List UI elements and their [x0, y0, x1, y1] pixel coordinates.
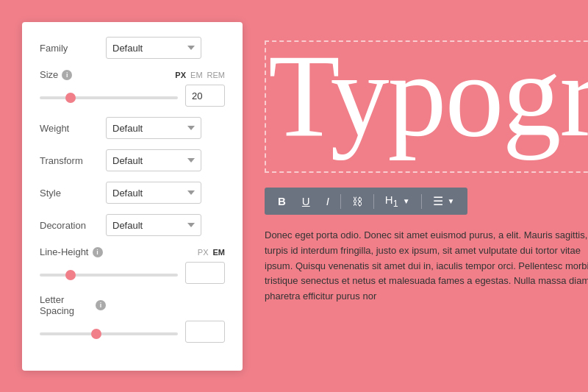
link-icon: ⛓: [352, 196, 362, 207]
style-control: Default Normal Italic Oblique: [106, 182, 225, 204]
size-slider[interactable]: [40, 96, 178, 99]
underline-icon: U: [302, 195, 310, 207]
preview-area: Typogr B U I ⛓ H1 ▼ ☰ ▼ Donec eget porta…: [261, 0, 588, 392]
lineheight-units: PX EM: [198, 248, 225, 257]
heading-arrow-icon: ▼: [403, 197, 410, 205]
body-text: Donec eget porta odio. Donec sit amet eu…: [265, 228, 588, 304]
letterspacing-info-icon[interactable]: i: [96, 300, 106, 310]
italic-button[interactable]: I: [319, 192, 337, 210]
decoration-select[interactable]: Default None Underline Overline Line-thr…: [106, 214, 201, 236]
size-row: Size i PX EM REM: [40, 69, 225, 107]
lineheight-row-top: Line-Height i PX EM: [40, 246, 225, 257]
lineheight-number-wrap: [185, 262, 225, 284]
size-info-icon[interactable]: i: [62, 70, 72, 80]
letterspacing-slider[interactable]: [40, 332, 178, 335]
size-label: Size i: [40, 69, 106, 80]
letterspacing-number-wrap: [185, 321, 225, 343]
formatting-toolbar: B U I ⛓ H1 ▼ ☰ ▼: [265, 188, 467, 215]
lineheight-number-input[interactable]: [185, 262, 225, 284]
decoration-label: Decoration: [40, 220, 106, 231]
list-icon: ☰: [433, 194, 443, 208]
typography-panel: Family Default Arial Georgia Helvetica S…: [22, 22, 243, 371]
list-arrow-icon: ▼: [448, 197, 455, 205]
style-select[interactable]: Default Normal Italic Oblique: [106, 182, 201, 204]
weight-control: Default 100 300 400 700 900: [106, 117, 225, 139]
heading-label: H1: [385, 193, 398, 209]
weight-label: Weight: [40, 123, 106, 134]
toolbar-divider-3: [421, 194, 422, 209]
family-row: Family Default Arial Georgia Helvetica: [40, 37, 225, 59]
letterspacing-row: Letter Spacing i: [40, 294, 225, 343]
family-label: Family: [40, 43, 106, 54]
size-units: PX EM REM: [175, 71, 225, 79]
lineheight-unit-em[interactable]: EM: [213, 248, 226, 257]
size-unit-em[interactable]: EM: [190, 71, 203, 79]
lineheight-info-icon[interactable]: i: [93, 247, 103, 257]
weight-select[interactable]: Default 100 300 400 700 900: [106, 117, 201, 139]
heading-button[interactable]: H1 ▼: [378, 190, 417, 212]
lineheight-slider-container: [40, 266, 178, 279]
weight-row: Weight Default 100 300 400 700 900: [40, 117, 225, 139]
transform-row: Transform Default Uppercase Lowercase Ca…: [40, 149, 225, 171]
size-unit-px[interactable]: PX: [175, 71, 186, 79]
family-control: Default Arial Georgia Helvetica: [106, 37, 225, 59]
lineheight-slider[interactable]: [40, 274, 178, 277]
transform-select[interactable]: Default Uppercase Lowercase Capitalize: [106, 149, 201, 171]
transform-control: Default Uppercase Lowercase Capitalize: [106, 149, 225, 171]
size-row-bottom: [40, 85, 225, 107]
family-select[interactable]: Default Arial Georgia Helvetica: [106, 37, 201, 59]
underline-button[interactable]: U: [295, 192, 318, 210]
letterspacing-slider-container: [40, 325, 178, 338]
size-unit-rem[interactable]: REM: [207, 71, 225, 79]
size-slider-container: [40, 89, 178, 102]
preview-big-text: Typogr: [268, 37, 588, 154]
letterspacing-row-bottom: [40, 321, 225, 343]
size-row-top: Size i PX EM REM: [40, 69, 225, 80]
lineheight-row-bottom: [40, 262, 225, 284]
letterspacing-label: Letter Spacing i: [40, 294, 106, 316]
decoration-control: Default None Underline Overline Line-thr…: [106, 214, 225, 236]
lineheight-row: Line-Height i PX EM: [40, 246, 225, 284]
toolbar-divider-2: [373, 194, 374, 209]
link-button[interactable]: ⛓: [345, 193, 370, 210]
lineheight-label: Line-Height i: [40, 246, 106, 257]
bold-button[interactable]: B: [270, 192, 293, 210]
decoration-row: Decoration Default None Underline Overli…: [40, 214, 225, 236]
size-number-input[interactable]: [185, 85, 225, 107]
letterspacing-number-input[interactable]: [185, 321, 225, 343]
letterspacing-row-top: Letter Spacing i: [40, 294, 225, 316]
italic-icon: I: [326, 195, 329, 207]
list-button[interactable]: ☰ ▼: [426, 191, 462, 211]
lineheight-unit-px[interactable]: PX: [198, 248, 209, 257]
style-row: Style Default Normal Italic Oblique: [40, 182, 225, 204]
style-label: Style: [40, 188, 106, 199]
toolbar-divider-1: [340, 194, 341, 209]
transform-label: Transform: [40, 155, 106, 166]
bold-icon: B: [278, 195, 286, 207]
size-number-wrap: [185, 85, 225, 107]
